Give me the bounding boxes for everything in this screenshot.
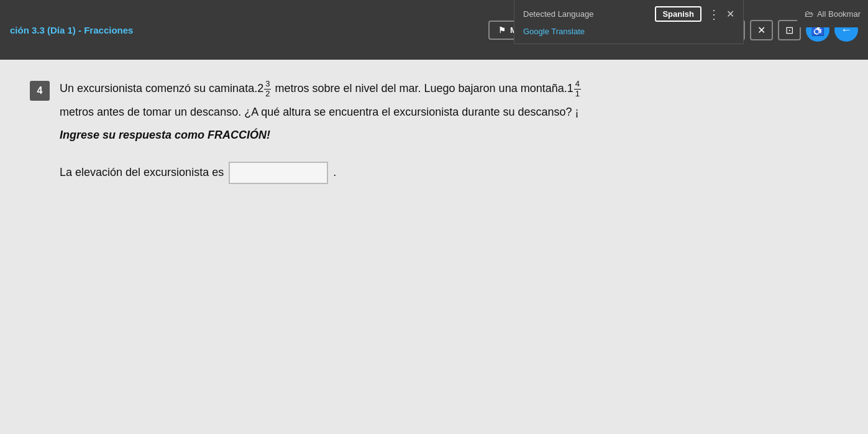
question-container: 4 Un excursionista comenzó su caminata.2…: [30, 80, 838, 184]
detected-lang-label: Detected Language: [523, 9, 593, 19]
question-line2-text: metros antes de tomar un descanso. ¿A qu…: [60, 106, 578, 118]
question-line1-middle: metros sobre el nivel del mar. Luego baj…: [275, 82, 573, 95]
question-text: Un excursionista comenzó su caminata.232…: [60, 80, 582, 144]
fraction-1: 32: [264, 80, 271, 98]
detected-language-popup: Detected Language Spanish ⋮ ✕ Google Tra…: [514, 0, 744, 44]
question-line3-italic: Ingrese su respuesta como FRACCIÓN!: [60, 129, 270, 141]
question-number: 4: [30, 81, 50, 101]
dismiss-popup-icon[interactable]: ✕: [726, 8, 734, 20]
close-icon: ✕: [757, 24, 765, 36]
google-translate-label: Google Translate: [523, 27, 734, 36]
question-line2: metros antes de tomar un descanso. ¿A qu…: [60, 103, 582, 121]
toolbar: ción 3.3 (Día 1) - Fracciones ⚑ MARCADOR…: [0, 0, 868, 60]
folder-icon: 🗁: [805, 9, 813, 19]
fraction-1-num: 3: [264, 80, 271, 89]
question-body: Un excursionista comenzó su caminata.232…: [60, 80, 582, 184]
bookmarks-label: All Bookmar: [817, 9, 861, 19]
detected-lang-controls: Spanish ⋮ ✕: [655, 6, 734, 22]
answer-input[interactable]: [229, 162, 328, 184]
answer-period: .: [333, 166, 336, 179]
question-line3: Ingrese su respuesta como FRACCIÓN!: [60, 126, 582, 144]
answer-prefix: La elevación del excursionista es: [60, 166, 224, 179]
toolbar-title: ción 3.3 (Día 1) - Fracciones: [10, 25, 133, 35]
fraction-1-den: 2: [264, 90, 271, 98]
fraction-2-num: 4: [574, 80, 581, 89]
main-content: 4 Un excursionista comenzó su caminata.2…: [0, 60, 868, 434]
screen-icon: ⊡: [785, 24, 793, 36]
question-line1-prefix: Un excursionista comenzó su caminata.: [60, 82, 257, 95]
detected-lang-header: Detected Language Spanish ⋮ ✕: [523, 6, 734, 22]
bookmark-icon: ⚑: [498, 25, 506, 35]
more-options-icon[interactable]: ⋮: [708, 7, 720, 22]
fraction-2-den: 1: [574, 90, 581, 98]
toolbar-buttons: ⚑ MARCADOR ✓ COMPROBAR RESPUESTA ⊞ ✕ ⊡ D…: [488, 18, 858, 42]
answer-row: La elevación del excursionista es .: [60, 162, 582, 184]
close-x-button[interactable]: ✕: [750, 20, 773, 40]
spanish-language-button[interactable]: Spanish: [655, 6, 701, 22]
question-line1: Un excursionista comenzó su caminata.232…: [60, 80, 582, 98]
bookmarks-bar: 🗁 All Bookmar: [797, 0, 868, 27]
fraction-2: 41: [574, 80, 581, 98]
